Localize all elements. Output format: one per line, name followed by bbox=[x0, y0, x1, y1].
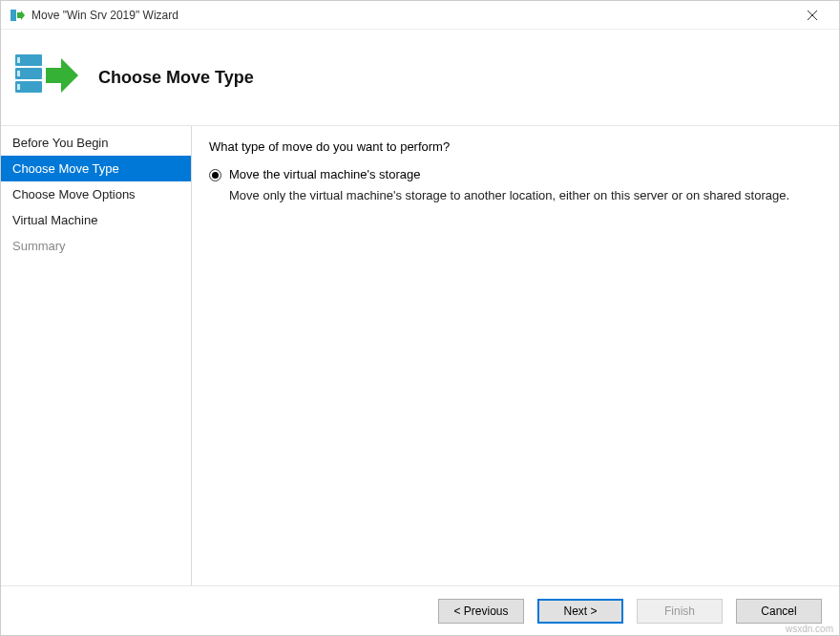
close-icon bbox=[808, 11, 817, 20]
option-move-storage[interactable]: Move the virtual machine's storage bbox=[209, 167, 822, 181]
svg-rect-6 bbox=[17, 57, 20, 63]
wizard-window: Move "Win Srv 2019" Wizard Choose Move T… bbox=[0, 0, 840, 636]
step-summary: Summary bbox=[1, 233, 191, 259]
step-choose-move-type[interactable]: Choose Move Type bbox=[1, 156, 191, 181]
radio-dot-icon bbox=[212, 172, 219, 179]
titlebar: Move "Win Srv 2019" Wizard bbox=[1, 1, 839, 30]
app-icon bbox=[9, 7, 26, 24]
step-virtual-machine[interactable]: Virtual Machine bbox=[1, 207, 191, 233]
radio-move-storage[interactable] bbox=[209, 169, 221, 181]
option-description: Move only the virtual machine's storage … bbox=[229, 187, 802, 204]
page-title: Choose Move Type bbox=[98, 68, 254, 88]
wizard-body: Before You Begin Choose Move Type Choose… bbox=[1, 125, 839, 585]
content-area: What type of move do you want to perform… bbox=[192, 126, 839, 585]
button-bar: < Previous Next > Finish Cancel bbox=[1, 585, 839, 635]
finish-button: Finish bbox=[637, 599, 723, 624]
step-list: Before You Begin Choose Move Type Choose… bbox=[1, 126, 192, 585]
step-choose-move-options[interactable]: Choose Move Options bbox=[1, 181, 191, 207]
svg-rect-0 bbox=[10, 10, 16, 21]
cancel-button[interactable]: Cancel bbox=[736, 599, 822, 624]
option-label: Move the virtual machine's storage bbox=[229, 167, 420, 181]
watermark: wsxdn.com bbox=[786, 624, 833, 634]
close-button[interactable] bbox=[793, 1, 831, 30]
previous-button[interactable]: < Previous bbox=[438, 599, 524, 624]
header-icon bbox=[12, 43, 81, 112]
svg-rect-8 bbox=[17, 84, 20, 90]
wizard-header: Choose Move Type bbox=[1, 30, 839, 125]
next-button[interactable]: Next > bbox=[537, 599, 623, 624]
step-before-you-begin[interactable]: Before You Begin bbox=[1, 130, 191, 156]
window-title: Move "Win Srv 2019" Wizard bbox=[32, 9, 793, 22]
svg-rect-7 bbox=[17, 71, 20, 76]
question-text: What type of move do you want to perform… bbox=[209, 139, 822, 154]
